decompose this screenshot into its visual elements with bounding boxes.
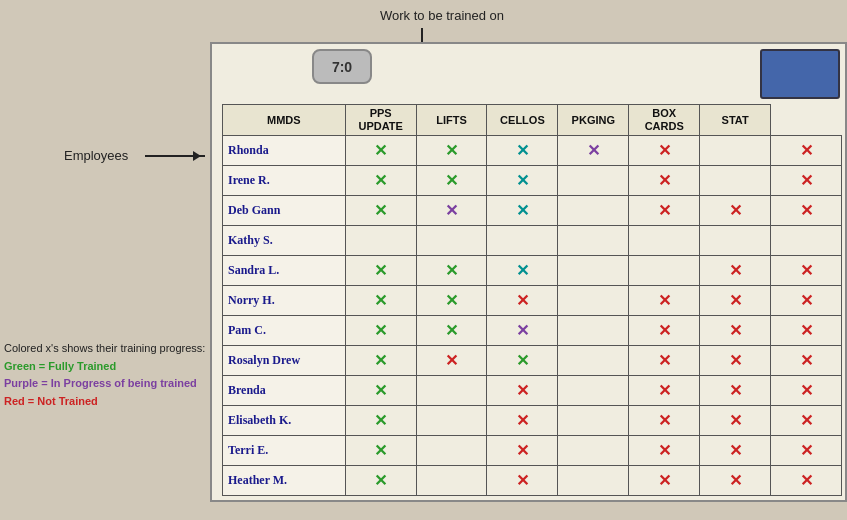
- whiteboard: 7:0 MMDS PPSUPDATE LIFTS CELLOS PKGING B…: [210, 42, 847, 502]
- training-cell: ✕: [345, 436, 416, 466]
- x-red: ✕: [658, 202, 671, 219]
- table-row: Heather M.✕✕✕✕✕: [223, 466, 842, 496]
- training-cell: [558, 316, 629, 346]
- training-cell: ✕: [487, 406, 558, 436]
- legend-red: Red = Not Trained: [4, 393, 205, 411]
- x-red: ✕: [729, 472, 742, 489]
- x-red: ✕: [729, 322, 742, 339]
- training-cell: ✕: [629, 286, 700, 316]
- training-cell: ✕: [700, 436, 771, 466]
- x-green: ✕: [445, 292, 458, 309]
- x-teal: ✕: [516, 262, 529, 279]
- table-row: Elisabeth K.✕✕✕✕✕: [223, 406, 842, 436]
- training-cell: ✕: [629, 346, 700, 376]
- training-cell: ✕: [487, 286, 558, 316]
- x-red: ✕: [445, 352, 458, 369]
- table-row: Norry H.✕✕✕✕✕✕: [223, 286, 842, 316]
- training-cell: ✕: [558, 136, 629, 166]
- x-green: ✕: [445, 262, 458, 279]
- training-cell: ✕: [487, 316, 558, 346]
- x-red: ✕: [729, 382, 742, 399]
- x-red: ✕: [729, 292, 742, 309]
- training-cell: ✕: [345, 196, 416, 226]
- training-cell: ✕: [771, 466, 842, 496]
- x-red: ✕: [729, 412, 742, 429]
- x-red: ✕: [800, 352, 813, 369]
- x-red: ✕: [658, 382, 671, 399]
- training-cell: ✕: [771, 196, 842, 226]
- training-cell: [345, 226, 416, 256]
- x-green: ✕: [374, 292, 387, 309]
- training-cell: ✕: [771, 166, 842, 196]
- x-green: ✕: [374, 202, 387, 219]
- legend-green: Green = Fully Trained: [4, 358, 205, 376]
- x-red: ✕: [658, 412, 671, 429]
- training-cell: ✕: [771, 406, 842, 436]
- training-cell: ✕: [416, 346, 487, 376]
- training-cell: ✕: [629, 316, 700, 346]
- training-cell: ✕: [345, 466, 416, 496]
- training-cell: [771, 226, 842, 256]
- employees-arrow: [145, 155, 205, 157]
- col-header-lifts: LIFTS: [416, 105, 487, 136]
- training-cell: [700, 226, 771, 256]
- training-cell: [558, 256, 629, 286]
- x-green: ✕: [374, 262, 387, 279]
- employee-name: Rosalyn Drew: [223, 346, 346, 376]
- x-purple: ✕: [516, 322, 529, 339]
- x-green: ✕: [374, 382, 387, 399]
- training-cell: ✕: [629, 436, 700, 466]
- employee-name: Pam C.: [223, 316, 346, 346]
- x-red: ✕: [658, 142, 671, 159]
- col-header-stat: STAT: [700, 105, 771, 136]
- training-cell: ✕: [771, 286, 842, 316]
- x-red: ✕: [800, 172, 813, 189]
- legend-title: Colored x's shows their training progres…: [4, 340, 205, 358]
- col-header-boxcards: BOXCARDS: [629, 105, 700, 136]
- x-red: ✕: [516, 382, 529, 399]
- training-cell: ✕: [345, 136, 416, 166]
- training-cell: ✕: [629, 166, 700, 196]
- training-cell: [558, 166, 629, 196]
- training-cell: [629, 226, 700, 256]
- col-header-mmds: MMDS: [223, 105, 346, 136]
- training-cell: ✕: [487, 376, 558, 406]
- training-cell: [700, 166, 771, 196]
- x-green: ✕: [445, 142, 458, 159]
- employee-name: Deb Gann: [223, 196, 346, 226]
- training-cell: ✕: [416, 166, 487, 196]
- training-table: MMDS PPSUPDATE LIFTS CELLOS PKGING BOXCA…: [222, 104, 842, 496]
- legend-box: Colored x's shows their training progres…: [4, 340, 205, 410]
- training-cell: [558, 436, 629, 466]
- training-cell: ✕: [629, 406, 700, 436]
- col-header-pps: PPSUPDATE: [345, 105, 416, 136]
- training-cell: ✕: [700, 346, 771, 376]
- training-cell: ✕: [416, 256, 487, 286]
- training-cell: ✕: [416, 196, 487, 226]
- training-cell: [700, 136, 771, 166]
- work-to-be-trained-label: Work to be trained on: [380, 8, 504, 23]
- training-cell: ✕: [487, 196, 558, 226]
- x-purple: ✕: [445, 202, 458, 219]
- training-cell: ✕: [487, 466, 558, 496]
- training-cell: ✕: [629, 466, 700, 496]
- left-panel: Employees Colored x's shows their traini…: [0, 0, 210, 520]
- training-cell: ✕: [487, 346, 558, 376]
- training-cell: ✕: [771, 436, 842, 466]
- training-cell: ✕: [700, 406, 771, 436]
- training-cell: ✕: [345, 166, 416, 196]
- training-cell: ✕: [416, 136, 487, 166]
- col-header-cellos: CELLOS: [487, 105, 558, 136]
- training-cell: ✕: [345, 406, 416, 436]
- x-red: ✕: [658, 172, 671, 189]
- employee-name: Elisabeth K.: [223, 406, 346, 436]
- training-cell: [558, 406, 629, 436]
- x-red: ✕: [516, 472, 529, 489]
- table-row: Terri E.✕✕✕✕✕: [223, 436, 842, 466]
- employee-name: Rhonda: [223, 136, 346, 166]
- x-red: ✕: [658, 352, 671, 369]
- blue-card-decoration: [760, 49, 840, 99]
- training-cell: [416, 466, 487, 496]
- x-purple: ✕: [587, 142, 600, 159]
- x-red: ✕: [800, 292, 813, 309]
